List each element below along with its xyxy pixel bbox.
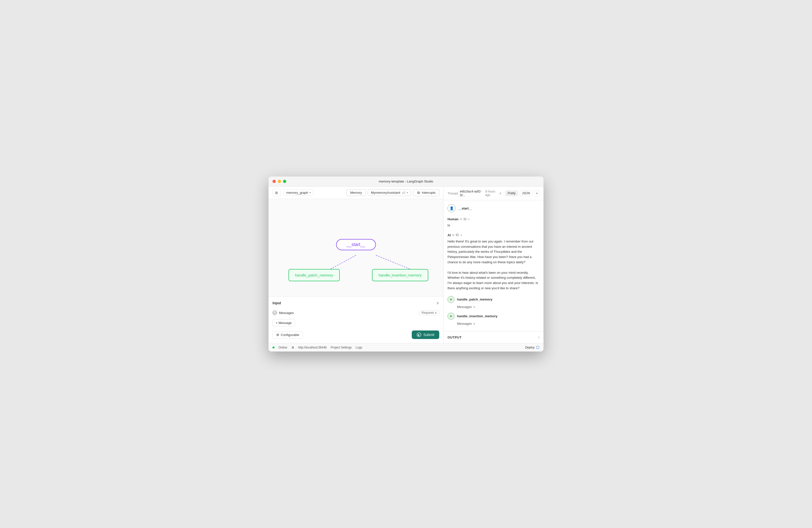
chevron-down-icon[interactable]: ∨ bbox=[499, 191, 502, 195]
insertion-memory-label: handle_insertion_memory bbox=[378, 273, 422, 277]
collapse-icon[interactable]: ∨ bbox=[436, 300, 439, 305]
chevron-down-icon[interactable]: ∨ bbox=[460, 234, 462, 236]
ai-role-meta: AI ⧉ ID ∨ bbox=[448, 233, 462, 237]
logs-link[interactable]: Logs bbox=[356, 346, 362, 349]
input-header: Input ∨ bbox=[273, 300, 439, 305]
thread-header: Thread e6b1fac4-adf2-5f... 8 hours ago ∨… bbox=[444, 187, 543, 200]
ai-id-label: ID bbox=[456, 233, 459, 237]
ai-role-row: AI ⧉ ID ∨ bbox=[448, 233, 539, 237]
configurable-button[interactable]: ⚙ Configurable bbox=[273, 331, 303, 338]
input-footer: ⚙ Configurable ▶ Submit bbox=[273, 331, 439, 339]
status-bar: Online 🖥 http://localhost:56446 Project … bbox=[269, 343, 543, 352]
gear-icon: ⚙ bbox=[417, 191, 420, 195]
toolbar: ⊞ memory_graph ▾ Memory MymemoryAssistan… bbox=[269, 187, 443, 199]
interrupts-button[interactable]: ⚙ Interrupts bbox=[413, 189, 439, 196]
graph-area: __start__ handle_patch_memory handle_ins… bbox=[269, 199, 443, 296]
configurable-label: Configurable bbox=[281, 333, 299, 337]
toolbar-center: Memory MymemoryAssistant v2 ▾ ⚙ Interrup… bbox=[347, 189, 439, 196]
patch-node-avatar: H bbox=[448, 296, 454, 303]
output-label: OUTPUT bbox=[448, 336, 462, 339]
assistant-name-label: MymemoryAssistant v2 bbox=[371, 191, 405, 194]
patch-memory-conv-item: H handle_patch_memory Messages ∨ bbox=[448, 296, 539, 309]
chevron-right-icon[interactable]: › bbox=[538, 335, 539, 339]
human-role-meta: Human ⧉ ID ∨ bbox=[448, 217, 470, 221]
chevron-down-icon[interactable]: ∨ bbox=[468, 218, 470, 220]
submit-button[interactable]: ▶ Submit bbox=[412, 331, 439, 339]
online-label: Online bbox=[278, 346, 287, 349]
start-avatar: 👤 bbox=[448, 204, 455, 212]
required-label: Required bbox=[421, 311, 434, 314]
localhost-link[interactable]: http://localhost:56446 bbox=[298, 346, 327, 349]
app-window: memory-template - LangGraph Studio ⊞ mem… bbox=[269, 176, 543, 352]
copy-icon[interactable]: ⧉ bbox=[460, 218, 462, 221]
input-title: Input bbox=[273, 301, 281, 305]
title-bar: memory-template - LangGraph Studio bbox=[269, 176, 543, 187]
human-role-row: Human ⧉ ID ∨ bbox=[448, 217, 539, 221]
interrupts-label: Interrupts bbox=[422, 191, 435, 194]
sidebar-toggle-button[interactable]: ⊞ bbox=[273, 189, 280, 197]
patch-memory-node[interactable]: handle_patch_memory bbox=[289, 269, 340, 281]
minimize-button[interactable] bbox=[278, 180, 281, 183]
start-node-label: __start__ bbox=[347, 242, 365, 247]
deploy-button[interactable]: Deploy ⬡ bbox=[525, 345, 539, 350]
pretty-format-button[interactable]: Pretty bbox=[506, 191, 518, 196]
sidebar-icon: ⊞ bbox=[275, 191, 278, 195]
ai-message-text: Hello there! It's great to see you again… bbox=[448, 239, 539, 291]
thread-id: e6b1fac4-adf2-5f... bbox=[460, 190, 483, 197]
copy-icon[interactable]: ⧉ bbox=[452, 234, 454, 237]
patch-memory-label: handle_patch_memory bbox=[295, 273, 333, 277]
insertion-memory-conv-item: H handle_insertion_memory Messages ∨ bbox=[448, 313, 539, 325]
chevron-down-icon: ∨ bbox=[473, 306, 475, 308]
play-icon: ▶ bbox=[417, 333, 421, 337]
messages-label-container: 💬 Messages bbox=[273, 310, 294, 315]
patch-node-name: handle_patch_memory bbox=[457, 297, 493, 301]
add-thread-button[interactable]: + bbox=[534, 190, 539, 196]
project-settings-link[interactable]: Project Settings bbox=[331, 346, 352, 349]
gear-icon: ⚙ bbox=[276, 333, 279, 337]
left-panel: ⊞ memory_graph ▾ Memory MymemoryAssistan… bbox=[269, 187, 444, 343]
graph-name-label: memory_graph bbox=[286, 191, 308, 194]
human-message-item: Human ⧉ ID ∨ hi bbox=[448, 217, 539, 228]
human-role-label: Human bbox=[448, 217, 459, 221]
person-icon: 👤 bbox=[450, 206, 454, 210]
start-conv-item: 👤 __start__ bbox=[448, 204, 539, 212]
chevron-down-icon: ∨ bbox=[473, 322, 475, 325]
graph-selector[interactable]: memory_graph ▾ bbox=[284, 190, 314, 196]
messages-label: Messages bbox=[279, 311, 294, 315]
chevron-down-icon: ∨ bbox=[435, 311, 437, 314]
insertion-messages-toggle[interactable]: Messages ∨ bbox=[457, 322, 539, 325]
thread-time: 8 hours ago ∨ bbox=[485, 190, 502, 197]
deploy-label: Deploy bbox=[525, 346, 535, 349]
human-id-label: ID bbox=[464, 218, 466, 221]
thread-label: Thread bbox=[448, 191, 458, 195]
chevron-down-icon: ▾ bbox=[309, 191, 311, 194]
maximize-button[interactable] bbox=[283, 180, 286, 183]
close-button[interactable] bbox=[273, 180, 276, 183]
right-panel: Thread e6b1fac4-adf2-5f... 8 hours ago ∨… bbox=[444, 187, 543, 343]
insertion-node-header: H handle_insertion_memory bbox=[448, 313, 539, 320]
add-message-button[interactable]: + Message bbox=[273, 319, 295, 326]
ai-role-label: AI bbox=[448, 233, 451, 237]
insertion-node-name: handle_insertion_memory bbox=[457, 314, 497, 318]
online-indicator bbox=[273, 347, 275, 349]
main-content: ⊞ memory_graph ▾ Memory MymemoryAssistan… bbox=[269, 187, 543, 343]
patch-messages-toggle[interactable]: Messages ∨ bbox=[457, 305, 539, 309]
assistant-selector[interactable]: MymemoryAssistant v2 ▾ bbox=[368, 189, 411, 196]
start-role-row: 👤 __start__ bbox=[448, 204, 539, 212]
ai-message-item: AI ⧉ ID ∨ Hello there! It's great to see… bbox=[448, 233, 539, 291]
memory-button[interactable]: Memory bbox=[347, 189, 366, 196]
json-format-button[interactable]: JSON bbox=[520, 191, 532, 196]
deploy-icon: ⬡ bbox=[536, 345, 539, 350]
chevron-down-icon: ▾ bbox=[407, 191, 408, 194]
window-title: memory-template - LangGraph Studio bbox=[379, 179, 433, 183]
patch-node-header: H handle_patch_memory bbox=[448, 296, 539, 303]
monitor-icon: 🖥 bbox=[291, 346, 294, 349]
messages-row: 💬 Messages Required ∨ bbox=[273, 308, 439, 317]
conversation-area: 👤 __start__ Human ⧉ ID ∨ bbox=[444, 200, 543, 331]
required-badge: Required ∨ bbox=[419, 310, 439, 315]
insertion-memory-node[interactable]: handle_insertion_memory bbox=[372, 269, 428, 281]
insertion-node-avatar: H bbox=[448, 313, 454, 320]
start-node[interactable]: __start__ bbox=[336, 239, 376, 250]
submit-label: Submit bbox=[423, 333, 434, 337]
start-node-name-label: __start__ bbox=[458, 206, 472, 210]
